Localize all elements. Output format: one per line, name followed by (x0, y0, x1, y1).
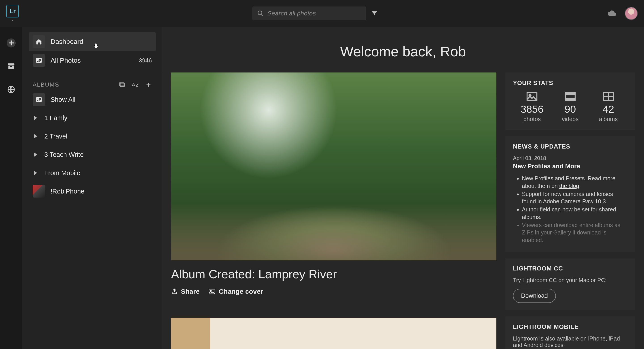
sidebar-item-all-photos[interactable]: All Photos 3946 (28, 51, 156, 70)
video-icon (564, 92, 576, 103)
news-list: New Profiles and Presets. Read more abou… (513, 175, 628, 244)
welcome-heading: Welcome back, Rob (171, 43, 635, 60)
news-item: New Profiles and Presets. Read more abou… (522, 175, 628, 190)
svg-line-1 (262, 14, 263, 16)
search-box[interactable] (252, 7, 366, 20)
change-cover-button[interactable]: Change cover (208, 288, 263, 295)
photo-icon (33, 54, 45, 67)
news-item: Author field can now be set for shared a… (522, 206, 628, 221)
album-folder-label: 1 Famly (44, 114, 67, 122)
albums-sort-button[interactable]: Az (132, 82, 139, 88)
stat-photos: 3856 photos (513, 92, 551, 123)
album-folder[interactable]: 1 Famly (28, 109, 156, 127)
albums-view-icon[interactable] (119, 82, 126, 88)
share-icon (171, 288, 178, 295)
search-input[interactable] (268, 10, 361, 17)
svg-rect-5 (10, 66, 12, 67)
add-album-icon[interactable] (145, 82, 152, 88)
lrmobile-desc: Lightroom is also available on iPhone, i… (513, 335, 628, 348)
chevron-right-icon (34, 134, 37, 139)
filter-icon[interactable] (371, 10, 378, 17)
globe-icon[interactable] (6, 84, 16, 95)
chevron-right-icon (34, 116, 37, 120)
album-folder[interactable]: 3 Teach Write (28, 145, 156, 164)
svg-rect-19 (565, 98, 575, 101)
stats-header: YOUR STATS (513, 80, 628, 87)
svg-rect-18 (565, 92, 575, 94)
share-button[interactable]: Share (171, 288, 200, 295)
search-icon (257, 10, 264, 17)
album-folder-label: 3 Teach Write (44, 151, 84, 158)
news-item: Support for new cameras and lenses found… (522, 190, 628, 206)
home-icon (33, 35, 45, 48)
news-header: NEWS & UPDATES (513, 143, 628, 150)
sidebar-item-show-all[interactable]: Show All (28, 90, 156, 109)
lrmobile-header: LIGHTROOM MOBILE (513, 323, 628, 330)
news-panel: NEWS & UPDATES April 03, 2018 New Profil… (505, 136, 635, 252)
sidebar-item-dashboard[interactable]: Dashboard (28, 32, 156, 51)
news-title: New Profiles and More (513, 163, 628, 170)
archive-icon[interactable] (6, 61, 16, 72)
cloud-sync-icon[interactable] (607, 10, 617, 17)
photo-icon (33, 93, 45, 106)
svg-rect-4 (8, 66, 14, 69)
app-logo[interactable]: Lr (6, 5, 19, 18)
sidebar-label: Dashboard (50, 38, 84, 46)
all-photos-count: 3946 (139, 57, 152, 64)
lightroom-cc-panel: LIGHTROOM CC Try Lightroom CC on your Ma… (505, 258, 635, 310)
logo-menu-caret[interactable]: ▾ (12, 18, 14, 22)
news-date: April 03, 2018 (513, 155, 628, 161)
main-content: Welcome back, Rob Album Created: Lamprey… (162, 27, 644, 349)
lrcc-header: LIGHTROOM CC (513, 265, 628, 272)
chevron-right-icon (34, 171, 37, 175)
blog-link[interactable]: the blog (559, 183, 579, 189)
svg-rect-3 (8, 63, 14, 65)
sidebar-label: All Photos (50, 57, 81, 64)
left-rail (0, 27, 22, 349)
album-device-label: !RobiPhone (50, 188, 84, 195)
image-icon (208, 288, 216, 295)
sidebar-label: Show All (50, 96, 75, 103)
album-cover-image[interactable] (171, 73, 496, 260)
chevron-right-icon (34, 152, 37, 157)
lightroom-mobile-panel: LIGHTROOM MOBILE Lightroom is also avail… (505, 316, 635, 349)
add-button[interactable] (6, 38, 16, 48)
sidebar: Dashboard All Photos 3946 ALBUMS Az (22, 27, 162, 349)
album-folder-label: 2 Travel (44, 133, 67, 140)
album-created-title: Album Created: Lamprey River (171, 267, 496, 281)
photo-icon (526, 92, 538, 103)
user-avatar[interactable] (625, 7, 638, 20)
feed-item-image[interactable] (171, 318, 496, 349)
stat-videos: 90 videos (551, 92, 590, 123)
news-item: Viewers can download entire albums as ZI… (522, 221, 628, 244)
album-folder[interactable]: From Mobile (28, 164, 156, 182)
album-folder[interactable]: 2 Travel (28, 127, 156, 145)
albums-header: ALBUMS Az (28, 76, 156, 90)
stats-panel: YOUR STATS 3856 photos (505, 73, 635, 130)
stat-albums: 42 albums (589, 92, 628, 123)
album-device[interactable]: !RobiPhone (28, 182, 156, 200)
grid-icon (602, 92, 614, 103)
album-folder-label: From Mobile (44, 169, 80, 177)
lrcc-desc: Try Lightroom CC on your Mac or PC: (513, 277, 628, 283)
download-button[interactable]: Download (513, 289, 556, 303)
top-bar: Lr ▾ (0, 0, 644, 27)
album-thumbnail (33, 185, 45, 198)
svg-point-0 (258, 11, 262, 15)
